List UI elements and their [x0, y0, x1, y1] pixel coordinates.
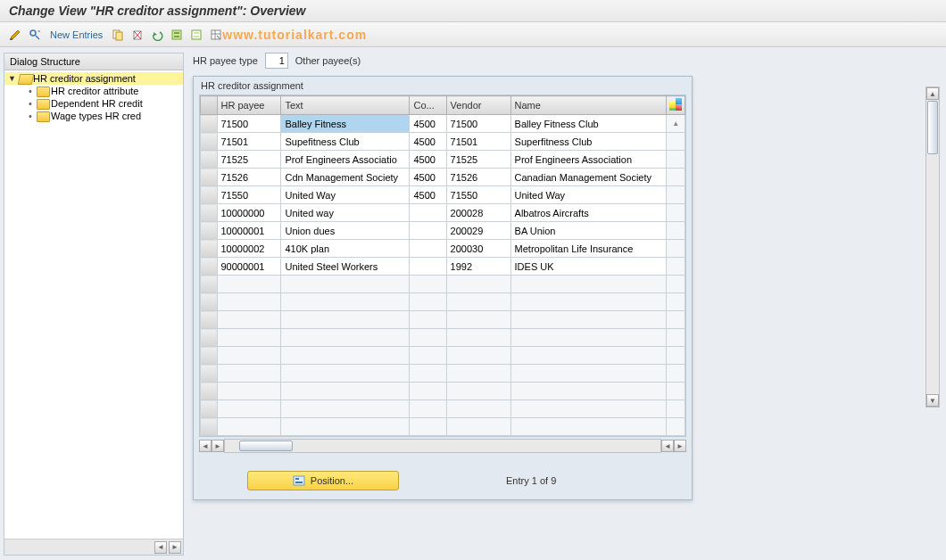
cell-empty[interactable] [510, 365, 667, 383]
row-selector[interactable] [201, 311, 218, 329]
row-selector[interactable] [201, 115, 218, 133]
table-row-empty[interactable] [201, 418, 685, 436]
col-name[interactable]: Name [510, 96, 667, 115]
cell-empty[interactable] [510, 311, 667, 329]
cell-empty[interactable] [446, 418, 510, 436]
cell-empty[interactable] [446, 365, 510, 383]
cell-text[interactable]: Supefitness Club [281, 133, 410, 151]
undo-icon[interactable] [149, 27, 165, 43]
table-row-empty[interactable] [201, 329, 685, 347]
row-selector[interactable] [201, 204, 218, 222]
cell-empty[interactable] [510, 400, 667, 418]
table-corner[interactable] [201, 96, 218, 115]
cell-text[interactable]: United Way [281, 186, 410, 204]
cell-empty[interactable] [510, 329, 667, 347]
cell-empty[interactable] [217, 347, 281, 365]
tree-item[interactable]: •Wage types HR cred [4, 110, 183, 122]
hscroll-left2-icon[interactable]: ► [212, 440, 224, 452]
row-selector[interactable] [201, 186, 218, 204]
delete-icon[interactable] [129, 27, 145, 43]
cell-hr_payee[interactable]: 10000002 [217, 240, 281, 258]
cell-empty[interactable] [281, 311, 410, 329]
toggle-display-change-icon[interactable] [7, 27, 23, 43]
cell-empty[interactable] [446, 347, 510, 365]
cell-empty[interactable] [410, 347, 446, 365]
table-row[interactable]: 71525Prof Engineers Associatio450071525P… [201, 151, 685, 169]
cell-empty[interactable] [446, 400, 510, 418]
cell-hr_payee[interactable]: 90000001 [217, 258, 281, 276]
cell-co[interactable] [410, 240, 446, 258]
cell-hr_payee[interactable]: 71525 [217, 151, 281, 169]
row-selector[interactable] [201, 258, 218, 276]
cell-text[interactable]: United Steel Workers [281, 258, 410, 276]
table-row[interactable]: 10000002410K plan200030Metropolitan Life… [201, 240, 685, 258]
vscroll-up-icon[interactable]: ▲ [926, 87, 939, 100]
col-co[interactable]: Co... [410, 96, 446, 115]
cell-co[interactable]: 4500 [410, 133, 446, 151]
cell-empty[interactable] [410, 400, 446, 418]
cell-vendor[interactable]: 200028 [446, 204, 510, 222]
row-selector[interactable] [201, 293, 218, 311]
cell-text[interactable]: Balley Fitness [281, 115, 410, 133]
table-row[interactable]: 10000000United way200028Albatros Aircraf… [201, 204, 685, 222]
tree-item[interactable]: •Dependent HR credit [4, 97, 183, 110]
cell-text[interactable]: United way [281, 204, 410, 222]
cell-name[interactable]: IDES UK [510, 258, 667, 276]
cell-hr_payee[interactable]: 71526 [217, 169, 281, 186]
row-selector[interactable] [201, 365, 218, 383]
cell-empty[interactable] [281, 347, 410, 365]
cell-empty[interactable] [217, 383, 281, 400]
row-selector[interactable] [201, 400, 218, 418]
hscroll-track[interactable] [224, 439, 661, 453]
col-configure[interactable] [667, 96, 685, 115]
hscroll-right2-icon[interactable]: ► [674, 440, 686, 452]
cell-empty[interactable] [281, 383, 410, 400]
new-entries-button[interactable]: New Entries [46, 29, 106, 40]
cell-vendor[interactable]: 71501 [446, 133, 510, 151]
cell-co[interactable] [410, 204, 446, 222]
row-selector[interactable] [201, 169, 218, 186]
cell-co[interactable]: 4500 [410, 151, 446, 169]
row-selector[interactable] [201, 329, 218, 347]
tree-item[interactable]: •HR creditor attribute [4, 85, 183, 97]
cell-vendor[interactable]: 71500 [446, 115, 510, 133]
table-row-empty[interactable] [201, 293, 685, 311]
table-row-empty[interactable] [201, 365, 685, 383]
cell-empty[interactable] [510, 418, 667, 436]
cell-empty[interactable] [510, 293, 667, 311]
cell-name[interactable]: Canadian Management Society [510, 169, 667, 186]
row-selector[interactable] [201, 151, 218, 169]
vscroll-thumb[interactable] [927, 101, 938, 154]
row-selector[interactable] [201, 383, 218, 400]
table-row[interactable]: 71501Supefitness Club450071501Superfitne… [201, 133, 685, 151]
cell-name[interactable]: Balley Fitness Club [510, 115, 667, 133]
search-advanced-icon[interactable] [27, 27, 43, 43]
cell-empty[interactable] [217, 276, 281, 293]
cell-empty[interactable] [446, 329, 510, 347]
row-selector[interactable] [201, 347, 218, 365]
cell-vendor[interactable]: 200030 [446, 240, 510, 258]
row-selector[interactable] [201, 222, 218, 240]
table-row-empty[interactable] [201, 400, 685, 418]
cell-vendor[interactable]: 71526 [446, 169, 510, 186]
cell-co[interactable]: 4500 [410, 169, 446, 186]
cell-empty[interactable] [410, 365, 446, 383]
cell-name[interactable]: United Way [510, 186, 667, 204]
cell-empty[interactable] [446, 293, 510, 311]
cell-text[interactable]: 410K plan [281, 240, 410, 258]
cell-empty[interactable] [281, 293, 410, 311]
cell-name[interactable]: Albatros Aircrafts [510, 204, 667, 222]
select-all-icon[interactable] [169, 27, 185, 43]
position-button[interactable]: Position... [247, 471, 399, 490]
cell-empty[interactable] [510, 383, 667, 400]
cell-vendor[interactable]: 71550 [446, 186, 510, 204]
col-hr-payee[interactable]: HR payee [217, 96, 281, 115]
configure-columns-icon[interactable] [669, 98, 682, 111]
table-row-empty[interactable] [201, 311, 685, 329]
cell-co[interactable] [410, 222, 446, 240]
cell-name[interactable]: Prof Engineers Association [510, 151, 667, 169]
table-row-empty[interactable] [201, 276, 685, 293]
col-vendor[interactable]: Vendor [446, 96, 510, 115]
hscroll-right-icon[interactable]: ◄ [661, 440, 674, 452]
cell-vendor[interactable]: 1992 [446, 258, 510, 276]
